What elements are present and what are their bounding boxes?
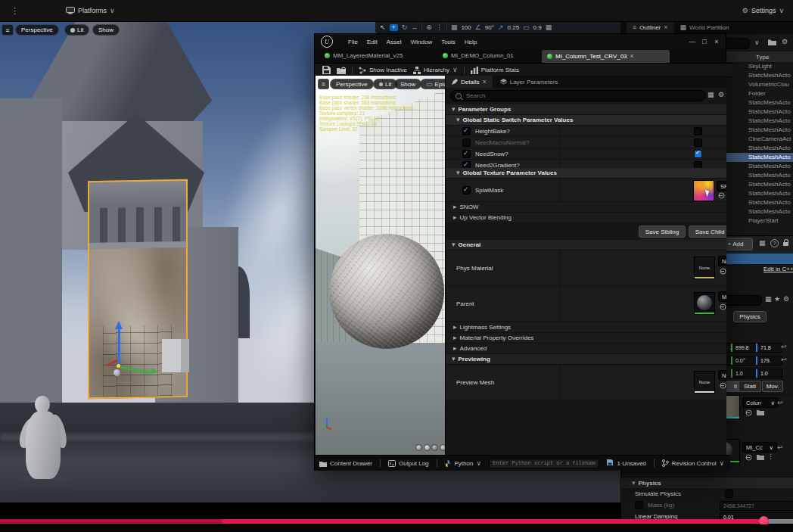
menu-edit[interactable]: Edit <box>362 39 382 45</box>
timeline-scrubber[interactable] <box>0 519 793 524</box>
grid-snap-value[interactable]: 100 <box>461 24 471 31</box>
world-local-icon[interactable]: ⊕ <box>426 24 432 31</box>
preview-plane-icon[interactable] <box>431 444 438 451</box>
menu-asset[interactable]: Asset <box>382 39 406 45</box>
grid-view-icon[interactable]: ▦ <box>765 296 772 303</box>
preview-options-icon[interactable]: ≡ <box>318 79 329 89</box>
rotation-snap-icon[interactable]: ∠ <box>475 24 481 31</box>
physics-filter-chip[interactable]: Physics <box>733 311 767 322</box>
maximize-viewport-icon[interactable]: ▦ <box>546 24 552 31</box>
physics-section-header[interactable]: ▾ Physics <box>621 477 793 488</box>
camera-speed-icon[interactable]: ▭ <box>523 24 530 31</box>
outliner-settings-icon[interactable]: ⚙ <box>782 39 788 45</box>
tab-world-partition[interactable]: ▦ World Partition <box>674 21 735 34</box>
menu-tools[interactable]: Tools <box>437 39 460 45</box>
scale-z-field[interactable]: 1.0 <box>756 369 782 378</box>
hierarchy-button[interactable]: Hierarchy∨ <box>413 67 458 74</box>
reset-location-icon[interactable]: ↩ <box>781 343 787 350</box>
menu-help[interactable]: Help <box>460 39 481 45</box>
viewport-perspective-button[interactable]: Perspective <box>15 24 59 36</box>
browse-icon[interactable] <box>757 409 764 415</box>
use-selected-icon[interactable] <box>720 303 726 310</box>
lightmass-settings-row[interactable]: ▸Lightmass Settings <box>446 322 726 333</box>
viewport-show-button[interactable]: Show <box>92 24 120 36</box>
scale-y-field[interactable]: 1.0 <box>731 369 759 378</box>
material-preview-viewport[interactable]: ≡ Perspective Lit Show ▭Epic Hea Base pa… <box>316 76 445 455</box>
tab-mi-demo-column[interactable]: MI_DEMO_Column_01 <box>437 49 546 62</box>
reset-rotation-icon[interactable]: ↩ <box>781 356 787 363</box>
save-child-button[interactable]: Save Child <box>689 226 726 238</box>
rotation-y-field[interactable]: 0.0° <box>731 356 759 366</box>
chevron-down-icon[interactable]: ∨ <box>754 39 760 46</box>
preview-perspective-button[interactable]: Perspective <box>330 79 374 89</box>
browse-icon[interactable] <box>757 454 764 460</box>
texture-group-header[interactable]: ▾Global Texture Parameter Values <box>446 168 726 179</box>
splatmask-asset-dropdown[interactable]: SPM_ColumnTest_03∨ <box>717 181 726 191</box>
simulate-physics-checkbox[interactable] <box>725 490 733 498</box>
snow-group-row[interactable]: ▸SNOW <box>446 202 726 213</box>
param-enable-checkbox[interactable] <box>462 127 471 135</box>
gizmo-z-arrowhead[interactable] <box>115 321 123 329</box>
param-enable-checkbox[interactable] <box>462 186 471 194</box>
preview-cube-icon[interactable] <box>440 444 446 451</box>
gizmo-y-axis[interactable] <box>121 366 151 374</box>
close-tab-icon[interactable]: × <box>482 79 486 86</box>
menu-file[interactable]: File <box>344 39 362 45</box>
use-selected-icon[interactable] <box>745 454 752 461</box>
param-value-checkbox[interactable] <box>694 138 702 147</box>
switch-group-header[interactable]: ▾Global Static Switch Parameter Values <box>446 115 726 126</box>
use-selected-icon[interactable] <box>718 192 725 199</box>
use-selected-icon[interactable] <box>720 382 726 389</box>
tab-mi-column-test[interactable]: MI_Column_Test_CRV_03× <box>542 50 670 63</box>
param-value-checkbox[interactable] <box>694 127 702 135</box>
viewport-lit-button[interactable]: Lit <box>64 24 89 36</box>
splatmask-texture-thumbnail[interactable] <box>693 180 714 201</box>
switch-row[interactable]: HeightBake? <box>446 126 726 137</box>
reset-slot2-icon[interactable]: ↩ <box>777 443 783 451</box>
settings-button[interactable]: ⚙ Settings∨ <box>742 7 784 14</box>
details-settings-icon[interactable]: ⚙ <box>783 296 789 303</box>
platform-stats-button[interactable]: Platform Stats <box>471 67 519 74</box>
preview-show-button[interactable]: Show <box>394 79 421 89</box>
preview-epic-quality-button[interactable]: ▭Epic Hea <box>420 79 445 89</box>
menu-window[interactable]: Window <box>406 39 437 45</box>
surface-snap-icon[interactable]: ⋮ <box>436 24 443 31</box>
mobility-movable-button[interactable]: Mov. <box>762 381 783 392</box>
kebab-menu-icon[interactable]: ⋮ <box>11 7 19 15</box>
gizmo-y-arrowhead[interactable] <box>151 368 158 375</box>
parameter-groups-header[interactable]: ▾Parameter Groups <box>446 104 726 115</box>
minimize-button[interactable]: — <box>686 38 698 45</box>
previewing-header[interactable]: ▾Previewing <box>446 354 726 365</box>
rotate-tool-icon[interactable]: ↻ <box>402 24 408 31</box>
material-slot1-dropdown[interactable]: Colun∨ <box>742 397 779 408</box>
kebab-menu-icon[interactable]: ⋮ <box>767 453 774 460</box>
param-value-checkbox[interactable] <box>694 150 702 158</box>
platforms-button[interactable]: Platforms∨ <box>66 7 115 14</box>
tab-outliner[interactable]: ≡ Outliner × <box>627 21 674 34</box>
details-search[interactable] <box>450 90 706 101</box>
scale-snap-value[interactable]: 0.25 <box>508 24 520 31</box>
rotation-z-field[interactable]: 179. <box>756 356 782 366</box>
edit-in-cpp-link[interactable]: Edit in C++ <box>763 266 793 272</box>
gizmo-z-axis[interactable] <box>118 329 120 366</box>
folder-new-icon[interactable] <box>768 39 776 45</box>
move-tool-icon[interactable]: + <box>390 24 398 31</box>
use-selected-icon[interactable] <box>745 409 752 416</box>
preview-mesh-thumbnail[interactable]: None <box>694 371 715 394</box>
window-titlebar[interactable]: U File Edit Asset Window Tools Help — □ … <box>315 34 726 50</box>
close-tab-icon[interactable]: × <box>630 53 634 60</box>
python-button[interactable]: Python∨ <box>444 460 481 467</box>
mobility-stationary-button[interactable]: Stati <box>739 381 761 392</box>
advanced-row[interactable]: ▸Advanced <box>446 344 726 354</box>
tab-mm-layeredmaterial[interactable]: MM_LayeredMaterial_v25 <box>319 49 443 62</box>
python-console-input[interactable] <box>489 459 599 468</box>
preview-sphere-icon[interactable] <box>424 444 431 451</box>
preview-cylinder-icon[interactable] <box>415 444 422 451</box>
favorites-icon[interactable]: ★ <box>774 296 780 303</box>
parent-dropdown[interactable]: MM_LayeredMaterial_v25∨ <box>718 291 726 302</box>
material-slot2-dropdown[interactable]: MI_Cc∨ <box>742 442 777 453</box>
use-selected-icon[interactable] <box>720 268 726 275</box>
select-tool-icon[interactable]: ↖ <box>380 24 386 31</box>
parent-thumbnail[interactable] <box>694 292 715 315</box>
material-property-overrides-row[interactable]: ▸Material Property Overrides <box>446 333 726 344</box>
